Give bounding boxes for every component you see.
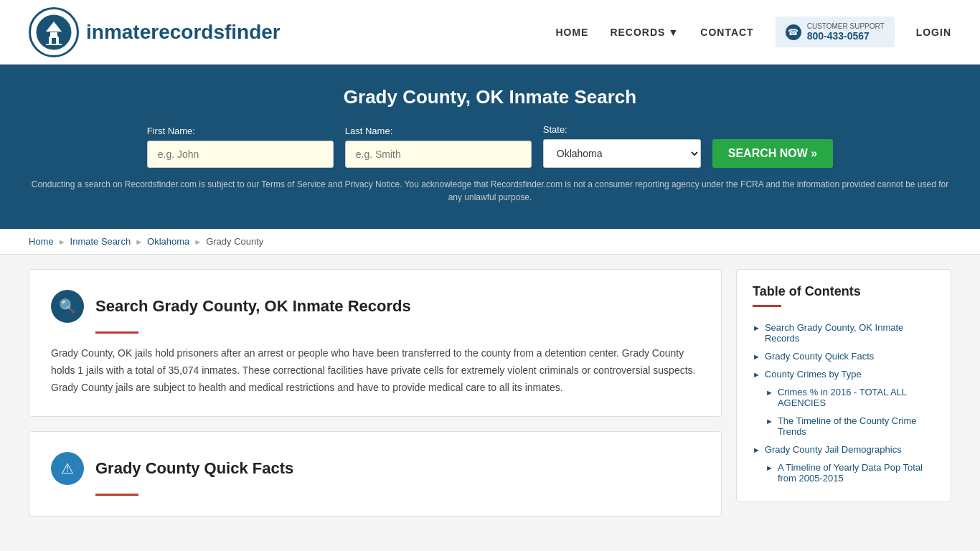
content-area: 🔍 Search Grady County, OK Inmate Records… xyxy=(29,269,722,531)
logo-icon xyxy=(29,7,79,57)
toc-chevron-icon: ► xyxy=(765,417,773,425)
login-button[interactable]: LOGIN xyxy=(916,27,951,38)
search-hero: Grady County, OK Inmate Search First Nam… xyxy=(0,65,980,229)
search-circle-icon: 🔍 xyxy=(51,290,84,323)
headset-icon: ☎ xyxy=(786,24,801,40)
breadcrumb-sep-1: ► xyxy=(58,237,66,246)
card-underline-2 xyxy=(95,494,138,496)
svg-rect-2 xyxy=(50,32,57,38)
nav-contact[interactable]: CONTACT xyxy=(700,27,753,38)
breadcrumb-sep-2: ► xyxy=(135,237,143,246)
svg-rect-7 xyxy=(58,34,60,37)
first-name-label: First Name: xyxy=(147,126,195,136)
inmate-records-card: 🔍 Search Grady County, OK Inmate Records… xyxy=(29,269,722,417)
last-name-group: Last Name: xyxy=(345,126,532,168)
toc-item[interactable]: ►Search Grady County, OK Inmate Records xyxy=(753,319,935,347)
chevron-down-icon: ▼ xyxy=(668,27,679,38)
state-group: State: Oklahoma xyxy=(543,124,701,168)
svg-rect-4 xyxy=(52,38,56,44)
first-name-input[interactable] xyxy=(147,141,334,168)
card-header-2: ⚠ Grady County Quick Facts xyxy=(51,452,699,485)
search-form: First Name: Last Name: State: Oklahoma S… xyxy=(29,124,951,168)
breadcrumb: Home ► Inmate Search ► Oklahoma ► Grady … xyxy=(0,229,980,255)
toc-chevron-icon: ► xyxy=(753,352,760,361)
toc-nav: ►Search Grady County, OK Inmate Records►… xyxy=(753,319,935,487)
toc-chevron-icon: ► xyxy=(753,370,760,379)
breadcrumb-state[interactable]: Oklahoma xyxy=(147,236,189,247)
state-select[interactable]: Oklahoma xyxy=(543,139,701,168)
alert-circle-icon: ⚠ xyxy=(51,452,84,485)
support-number: 800-433-0567 xyxy=(807,30,885,42)
toc-divider xyxy=(753,305,781,307)
card-underline-1 xyxy=(95,331,138,334)
toc-item[interactable]: ►Grady County Jail Demographics xyxy=(753,441,935,458)
toc-chevron-icon: ► xyxy=(753,446,760,454)
breadcrumb-inmate-search[interactable]: Inmate Search xyxy=(70,236,131,247)
toc-item[interactable]: ►County Crimes by Type xyxy=(753,365,935,383)
breadcrumb-current: Grady County xyxy=(206,236,263,247)
support-label: CUSTOMER SUPPORT xyxy=(807,22,885,30)
toc-chevron-icon: ► xyxy=(765,388,773,397)
toc-item[interactable]: ►A Timeline of Yearly Data Pop Total fro… xyxy=(753,458,935,487)
state-label: State: xyxy=(543,124,567,135)
support-info: CUSTOMER SUPPORT 800-433-0567 xyxy=(807,22,885,42)
card-title-2: Grady County Quick Facts xyxy=(95,459,293,478)
nav-home[interactable]: HOME xyxy=(555,27,588,38)
breadcrumb-home[interactable]: Home xyxy=(29,236,54,247)
sidebar: Table of Contents ►Search Grady County, … xyxy=(736,269,951,531)
toc-title: Table of Contents xyxy=(753,284,935,299)
card-title-1: Search Grady County, OK Inmate Records xyxy=(95,297,411,316)
disclaimer-text: Conducting a search on Recordsfinder.com… xyxy=(29,178,951,204)
toc-item[interactable]: ►Grady County Quick Facts xyxy=(753,347,935,365)
toc-item[interactable]: ►The Timeline of the County Crime Trends xyxy=(753,412,935,441)
main-container: 🔍 Search Grady County, OK Inmate Records… xyxy=(0,255,980,545)
card-body-1: Grady County, OK jails hold prisoners af… xyxy=(51,345,699,396)
svg-rect-6 xyxy=(47,34,50,37)
nav-records[interactable]: RECORDS ▼ xyxy=(610,27,679,38)
last-name-label: Last Name: xyxy=(345,126,392,136)
search-button[interactable]: SEARCH NOW » xyxy=(712,139,833,168)
toc-card: Table of Contents ►Search Grady County, … xyxy=(736,269,951,502)
logo-text: inmaterecordsfinder xyxy=(86,21,281,44)
site-logo[interactable]: inmaterecordsfinder xyxy=(29,7,281,57)
card-header-1: 🔍 Search Grady County, OK Inmate Records xyxy=(51,290,699,323)
breadcrumb-sep-3: ► xyxy=(194,237,202,246)
quick-facts-card: ⚠ Grady County Quick Facts xyxy=(29,431,722,517)
site-header: inmaterecordsfinder HOME RECORDS ▼ CONTA… xyxy=(0,0,980,65)
main-nav: HOME RECORDS ▼ CONTACT ☎ CUSTOMER SUPPOR… xyxy=(555,17,951,47)
customer-support-box[interactable]: ☎ CUSTOMER SUPPORT 800-433-0567 xyxy=(776,17,895,47)
toc-chevron-icon: ► xyxy=(753,324,760,332)
hero-title: Grady County, OK Inmate Search xyxy=(29,86,951,108)
toc-chevron-icon: ► xyxy=(765,463,773,472)
toc-item[interactable]: ►Crimes % in 2016 - TOTAL ALL AGENCIES xyxy=(753,383,935,412)
last-name-input[interactable] xyxy=(345,141,532,168)
first-name-group: First Name: xyxy=(147,126,334,168)
